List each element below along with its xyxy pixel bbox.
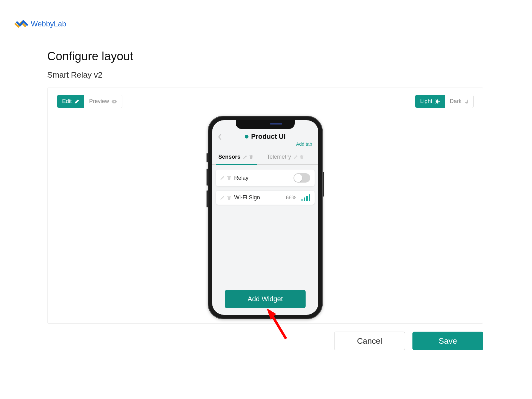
edit-label: Edit — [62, 98, 72, 105]
pencil-icon[interactable] — [220, 196, 225, 200]
widget-wifi-signal[interactable]: Wi-Fi Sign… 66% — [216, 191, 315, 205]
trash-icon[interactable] — [300, 155, 304, 159]
brand: WebbyLab — [15, 19, 66, 29]
widget-label: Relay — [234, 175, 290, 181]
dark-theme-button[interactable]: Dark — [445, 95, 473, 108]
trash-icon[interactable] — [227, 176, 231, 180]
save-button[interactable]: Save — [412, 332, 483, 350]
back-icon[interactable] — [218, 134, 221, 141]
mode-toggle-group: Edit Preview — [57, 95, 122, 108]
tab-bar: Sensors Telemetry — [212, 151, 318, 165]
layout-panel: Edit Preview Light Dark — [47, 88, 483, 324]
svg-line-6 — [439, 103, 439, 103]
app-title: Product UI — [251, 133, 285, 141]
trash-icon[interactable] — [227, 196, 231, 200]
add-widget-button[interactable]: Add Widget — [225, 290, 306, 308]
preview-mode-button[interactable]: Preview — [84, 95, 122, 108]
pencil-icon[interactable] — [243, 155, 247, 159]
phone-side-button — [207, 153, 208, 162]
svg-line-8 — [439, 100, 439, 100]
sun-icon — [435, 99, 440, 104]
dark-label: Dark — [450, 98, 462, 105]
phone-notch — [236, 120, 295, 129]
cancel-button[interactable]: Cancel — [334, 332, 405, 350]
phone-side-button — [207, 169, 208, 186]
phone-screen: Product UI Add tab Sensors — [212, 120, 318, 315]
light-label: Light — [420, 98, 432, 105]
theme-toggle-group: Light Dark — [415, 95, 474, 108]
pencil-icon — [74, 99, 79, 104]
light-theme-button[interactable]: Light — [415, 95, 445, 108]
status-dot-icon — [245, 135, 248, 138]
svg-point-0 — [436, 100, 439, 103]
tab-telemetry[interactable]: Telemetry — [264, 151, 307, 164]
relay-toggle[interactable] — [293, 173, 310, 183]
toggle-knob — [294, 174, 302, 182]
preview-label: Preview — [89, 98, 109, 105]
pencil-icon[interactable] — [293, 155, 298, 159]
tab-sensors[interactable]: Sensors — [216, 151, 257, 164]
footer-actions: Cancel Save — [334, 332, 483, 350]
widget-value: 66% — [286, 195, 296, 201]
add-tab-link[interactable]: Add tab — [296, 141, 312, 147]
page-subtitle: Smart Relay v2 — [47, 70, 102, 80]
edit-mode-button[interactable]: Edit — [57, 95, 84, 108]
svg-line-7 — [435, 103, 436, 103]
phone-mockup: Product UI Add tab Sensors — [208, 116, 323, 319]
moon-icon — [464, 99, 468, 104]
widget-list: Relay Wi-Fi Sign… 66% — [212, 165, 318, 209]
tab-label: Sensors — [218, 154, 240, 160]
brand-name: WebbyLab — [31, 20, 66, 28]
widget-label: Wi-Fi Sign… — [234, 194, 283, 201]
svg-line-5 — [435, 100, 436, 100]
signal-bars-icon — [301, 194, 310, 201]
phone-side-button — [207, 190, 208, 207]
widget-relay[interactable]: Relay — [216, 170, 315, 186]
phone-side-button — [323, 172, 324, 197]
page-title: Configure layout — [47, 50, 133, 63]
trash-icon[interactable] — [249, 155, 253, 159]
pencil-icon[interactable] — [220, 176, 225, 180]
eye-icon — [111, 100, 117, 103]
brand-logo-icon — [15, 19, 28, 29]
tab-label: Telemetry — [267, 154, 291, 160]
